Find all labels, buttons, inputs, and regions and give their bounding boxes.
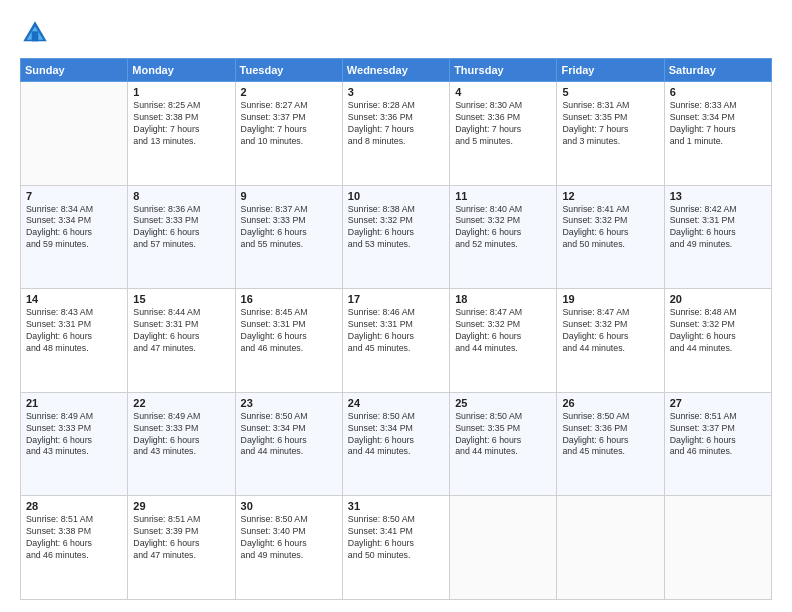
calendar-cell: 8Sunrise: 8:36 AMSunset: 3:33 PMDaylight… bbox=[128, 185, 235, 289]
calendar-cell: 5Sunrise: 8:31 AMSunset: 3:35 PMDaylight… bbox=[557, 82, 664, 186]
day-info: Sunrise: 8:36 AMSunset: 3:33 PMDaylight:… bbox=[133, 204, 229, 252]
day-number: 21 bbox=[26, 397, 122, 409]
calendar-cell: 11Sunrise: 8:40 AMSunset: 3:32 PMDayligh… bbox=[450, 185, 557, 289]
header bbox=[20, 18, 772, 48]
weekday-header-monday: Monday bbox=[128, 59, 235, 82]
calendar-cell: 6Sunrise: 8:33 AMSunset: 3:34 PMDaylight… bbox=[664, 82, 771, 186]
calendar-cell: 13Sunrise: 8:42 AMSunset: 3:31 PMDayligh… bbox=[664, 185, 771, 289]
weekday-header-thursday: Thursday bbox=[450, 59, 557, 82]
day-info: Sunrise: 8:40 AMSunset: 3:32 PMDaylight:… bbox=[455, 204, 551, 252]
day-number: 3 bbox=[348, 86, 444, 98]
calendar-cell: 7Sunrise: 8:34 AMSunset: 3:34 PMDaylight… bbox=[21, 185, 128, 289]
day-info: Sunrise: 8:38 AMSunset: 3:32 PMDaylight:… bbox=[348, 204, 444, 252]
day-number: 15 bbox=[133, 293, 229, 305]
calendar-cell: 15Sunrise: 8:44 AMSunset: 3:31 PMDayligh… bbox=[128, 289, 235, 393]
calendar-cell: 25Sunrise: 8:50 AMSunset: 3:35 PMDayligh… bbox=[450, 392, 557, 496]
day-info: Sunrise: 8:50 AMSunset: 3:36 PMDaylight:… bbox=[562, 411, 658, 459]
day-info: Sunrise: 8:49 AMSunset: 3:33 PMDaylight:… bbox=[133, 411, 229, 459]
calendar-cell: 28Sunrise: 8:51 AMSunset: 3:38 PMDayligh… bbox=[21, 496, 128, 600]
day-number: 20 bbox=[670, 293, 766, 305]
day-info: Sunrise: 8:45 AMSunset: 3:31 PMDaylight:… bbox=[241, 307, 337, 355]
day-number: 27 bbox=[670, 397, 766, 409]
day-number: 18 bbox=[455, 293, 551, 305]
calendar-cell bbox=[664, 496, 771, 600]
day-number: 16 bbox=[241, 293, 337, 305]
day-number: 11 bbox=[455, 190, 551, 202]
day-info: Sunrise: 8:30 AMSunset: 3:36 PMDaylight:… bbox=[455, 100, 551, 148]
day-info: Sunrise: 8:51 AMSunset: 3:38 PMDaylight:… bbox=[26, 514, 122, 562]
day-info: Sunrise: 8:47 AMSunset: 3:32 PMDaylight:… bbox=[562, 307, 658, 355]
calendar-cell: 31Sunrise: 8:50 AMSunset: 3:41 PMDayligh… bbox=[342, 496, 449, 600]
day-info: Sunrise: 8:44 AMSunset: 3:31 PMDaylight:… bbox=[133, 307, 229, 355]
calendar-week-row: 14Sunrise: 8:43 AMSunset: 3:31 PMDayligh… bbox=[21, 289, 772, 393]
weekday-header-tuesday: Tuesday bbox=[235, 59, 342, 82]
day-info: Sunrise: 8:50 AMSunset: 3:34 PMDaylight:… bbox=[241, 411, 337, 459]
calendar-cell: 3Sunrise: 8:28 AMSunset: 3:36 PMDaylight… bbox=[342, 82, 449, 186]
weekday-header-wednesday: Wednesday bbox=[342, 59, 449, 82]
day-number: 31 bbox=[348, 500, 444, 512]
calendar-cell: 14Sunrise: 8:43 AMSunset: 3:31 PMDayligh… bbox=[21, 289, 128, 393]
calendar-week-row: 7Sunrise: 8:34 AMSunset: 3:34 PMDaylight… bbox=[21, 185, 772, 289]
calendar-cell: 23Sunrise: 8:50 AMSunset: 3:34 PMDayligh… bbox=[235, 392, 342, 496]
day-info: Sunrise: 8:28 AMSunset: 3:36 PMDaylight:… bbox=[348, 100, 444, 148]
day-number: 6 bbox=[670, 86, 766, 98]
day-info: Sunrise: 8:37 AMSunset: 3:33 PMDaylight:… bbox=[241, 204, 337, 252]
calendar-cell: 30Sunrise: 8:50 AMSunset: 3:40 PMDayligh… bbox=[235, 496, 342, 600]
day-number: 28 bbox=[26, 500, 122, 512]
day-info: Sunrise: 8:43 AMSunset: 3:31 PMDaylight:… bbox=[26, 307, 122, 355]
calendar-cell bbox=[450, 496, 557, 600]
weekday-header-row: SundayMondayTuesdayWednesdayThursdayFrid… bbox=[21, 59, 772, 82]
day-number: 30 bbox=[241, 500, 337, 512]
calendar-cell: 18Sunrise: 8:47 AMSunset: 3:32 PMDayligh… bbox=[450, 289, 557, 393]
day-number: 13 bbox=[670, 190, 766, 202]
calendar-cell bbox=[21, 82, 128, 186]
day-number: 9 bbox=[241, 190, 337, 202]
calendar-header: SundayMondayTuesdayWednesdayThursdayFrid… bbox=[21, 59, 772, 82]
day-info: Sunrise: 8:31 AMSunset: 3:35 PMDaylight:… bbox=[562, 100, 658, 148]
calendar-week-row: 1Sunrise: 8:25 AMSunset: 3:38 PMDaylight… bbox=[21, 82, 772, 186]
calendar-cell: 9Sunrise: 8:37 AMSunset: 3:33 PMDaylight… bbox=[235, 185, 342, 289]
calendar-cell: 24Sunrise: 8:50 AMSunset: 3:34 PMDayligh… bbox=[342, 392, 449, 496]
day-number: 26 bbox=[562, 397, 658, 409]
day-number: 24 bbox=[348, 397, 444, 409]
calendar-cell: 21Sunrise: 8:49 AMSunset: 3:33 PMDayligh… bbox=[21, 392, 128, 496]
day-number: 1 bbox=[133, 86, 229, 98]
page: SundayMondayTuesdayWednesdayThursdayFrid… bbox=[0, 0, 792, 612]
day-number: 2 bbox=[241, 86, 337, 98]
calendar-cell: 12Sunrise: 8:41 AMSunset: 3:32 PMDayligh… bbox=[557, 185, 664, 289]
day-number: 25 bbox=[455, 397, 551, 409]
calendar-cell: 26Sunrise: 8:50 AMSunset: 3:36 PMDayligh… bbox=[557, 392, 664, 496]
day-info: Sunrise: 8:34 AMSunset: 3:34 PMDaylight:… bbox=[26, 204, 122, 252]
day-number: 10 bbox=[348, 190, 444, 202]
day-info: Sunrise: 8:50 AMSunset: 3:41 PMDaylight:… bbox=[348, 514, 444, 562]
logo bbox=[20, 18, 54, 48]
weekday-header-saturday: Saturday bbox=[664, 59, 771, 82]
calendar-cell: 1Sunrise: 8:25 AMSunset: 3:38 PMDaylight… bbox=[128, 82, 235, 186]
day-number: 22 bbox=[133, 397, 229, 409]
calendar-body: 1Sunrise: 8:25 AMSunset: 3:38 PMDaylight… bbox=[21, 82, 772, 600]
day-info: Sunrise: 8:49 AMSunset: 3:33 PMDaylight:… bbox=[26, 411, 122, 459]
weekday-header-sunday: Sunday bbox=[21, 59, 128, 82]
day-info: Sunrise: 8:47 AMSunset: 3:32 PMDaylight:… bbox=[455, 307, 551, 355]
calendar-cell: 29Sunrise: 8:51 AMSunset: 3:39 PMDayligh… bbox=[128, 496, 235, 600]
calendar-cell: 16Sunrise: 8:45 AMSunset: 3:31 PMDayligh… bbox=[235, 289, 342, 393]
day-info: Sunrise: 8:50 AMSunset: 3:40 PMDaylight:… bbox=[241, 514, 337, 562]
day-info: Sunrise: 8:48 AMSunset: 3:32 PMDaylight:… bbox=[670, 307, 766, 355]
day-info: Sunrise: 8:51 AMSunset: 3:39 PMDaylight:… bbox=[133, 514, 229, 562]
day-number: 17 bbox=[348, 293, 444, 305]
day-number: 14 bbox=[26, 293, 122, 305]
day-info: Sunrise: 8:33 AMSunset: 3:34 PMDaylight:… bbox=[670, 100, 766, 148]
calendar-cell: 10Sunrise: 8:38 AMSunset: 3:32 PMDayligh… bbox=[342, 185, 449, 289]
calendar-cell: 22Sunrise: 8:49 AMSunset: 3:33 PMDayligh… bbox=[128, 392, 235, 496]
calendar-cell: 2Sunrise: 8:27 AMSunset: 3:37 PMDaylight… bbox=[235, 82, 342, 186]
day-info: Sunrise: 8:50 AMSunset: 3:34 PMDaylight:… bbox=[348, 411, 444, 459]
day-info: Sunrise: 8:42 AMSunset: 3:31 PMDaylight:… bbox=[670, 204, 766, 252]
day-number: 12 bbox=[562, 190, 658, 202]
calendar-cell: 27Sunrise: 8:51 AMSunset: 3:37 PMDayligh… bbox=[664, 392, 771, 496]
logo-icon bbox=[20, 18, 50, 48]
day-number: 29 bbox=[133, 500, 229, 512]
calendar-week-row: 28Sunrise: 8:51 AMSunset: 3:38 PMDayligh… bbox=[21, 496, 772, 600]
day-info: Sunrise: 8:50 AMSunset: 3:35 PMDaylight:… bbox=[455, 411, 551, 459]
day-info: Sunrise: 8:46 AMSunset: 3:31 PMDaylight:… bbox=[348, 307, 444, 355]
day-number: 4 bbox=[455, 86, 551, 98]
